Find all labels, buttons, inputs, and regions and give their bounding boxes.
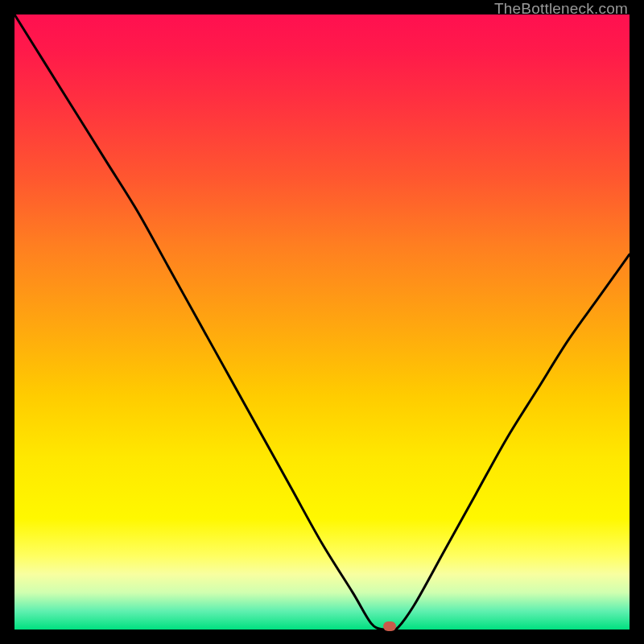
optimum-marker bbox=[383, 621, 396, 631]
chart-frame: TheBottleneck.com bbox=[0, 0, 644, 644]
plot-area bbox=[14, 14, 630, 630]
curve-path bbox=[14, 14, 630, 632]
bottleneck-curve bbox=[14, 14, 630, 630]
